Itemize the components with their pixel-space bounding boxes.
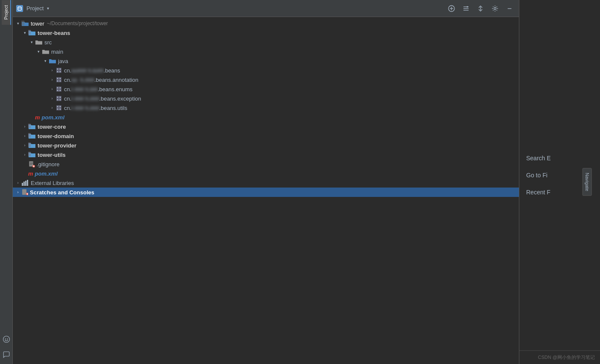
project-tree[interactable]: ▾ tower ~/Documents/project/tower ▾ towe…: [13, 17, 519, 364]
scroll-to-button[interactable]: [475, 3, 486, 14]
svg-point-33: [57, 99, 58, 101]
svg-point-0: [3, 336, 9, 343]
gitignore-icon: [28, 161, 35, 168]
tree-item-java[interactable]: ▾ java: [13, 56, 519, 66]
svg-rect-42: [28, 133, 31, 138]
tower-domain-label: tower-domain: [38, 133, 74, 139]
tree-item-pom-beans[interactable]: m pom.xml: [13, 113, 519, 122]
tree-item-external-libs[interactable]: › External Libraries: [13, 178, 519, 188]
collapse-all-button[interactable]: [460, 3, 472, 14]
svg-rect-36: [56, 105, 61, 110]
right-panel: Search E Go to Fi Recent F CSDN @网小鱼的学习笔…: [519, 0, 600, 364]
svg-point-22: [57, 78, 58, 79]
java-label: java: [58, 58, 68, 64]
tree-item-tower-provider[interactable]: › tower-provider: [13, 141, 519, 150]
tree-item-pkg-annotation[interactable]: › cn.so h.###.beans.annotation: [13, 75, 519, 84]
scratches-label: Scratches and Consoles: [30, 189, 94, 196]
chevron-right-icon: ›: [21, 133, 28, 139]
svg-point-23: [57, 81, 58, 82]
pom-root-label: pom.xml: [35, 170, 58, 177]
toolbar-right: −: [446, 3, 516, 14]
tree-item-pkg-exception[interactable]: › cn.t ### h.###.beans.exception: [13, 94, 519, 103]
tree-item-pkg-beans[interactable]: › cn.so### h.to##.beans: [13, 66, 519, 75]
settings-button[interactable]: [489, 3, 501, 14]
window-icon: [16, 5, 23, 12]
svg-rect-54: [23, 182, 25, 186]
tree-item-tower-utils[interactable]: › tower-utils: [13, 150, 519, 159]
svg-point-17: [57, 69, 58, 70]
svg-rect-14: [21, 20, 24, 26]
tree-item-pkg-enums[interactable]: › cn.t ### h.t##.beans.enums: [13, 84, 519, 94]
chevron-right-icon: ›: [21, 151, 28, 158]
sidebar-tab-project[interactable]: Project: [2, 0, 11, 25]
tree-item-tower-core[interactable]: › tower-core: [13, 122, 519, 131]
chevron-right-icon: ›: [21, 142, 28, 149]
external-libs-icon: [21, 179, 29, 186]
chevron-right-icon: ›: [15, 179, 21, 186]
pom-beans-label: pom.xml: [42, 114, 64, 121]
svg-rect-21: [56, 77, 61, 82]
tree-item-tower-beans[interactable]: ▾ tower-beans: [13, 28, 519, 38]
chevron-right-icon: ›: [49, 67, 55, 74]
module-icon: [28, 152, 36, 158]
chevron-down-icon: ▾: [21, 29, 28, 36]
toolbar-title: Project: [26, 5, 44, 12]
tree-item-src[interactable]: ▾ src: [13, 38, 519, 47]
module-icon: [28, 133, 36, 139]
src-label: src: [44, 39, 52, 46]
svg-point-2: [7, 338, 8, 339]
chat-icon[interactable]: [0, 349, 12, 361]
svg-point-39: [60, 106, 61, 107]
tree-item-pom-root[interactable]: m pom.xml: [13, 169, 519, 178]
java-folder-icon: [49, 58, 56, 64]
package-icon: [55, 95, 62, 102]
close-button[interactable]: −: [504, 3, 516, 14]
package-icon: [55, 86, 62, 92]
chevron-down-icon: ▾: [15, 20, 21, 27]
svg-point-24: [60, 78, 61, 79]
svg-point-19: [60, 69, 61, 70]
tree-item-gitignore[interactable]: .gitignore: [13, 159, 519, 169]
tower-beans-label: tower-beans: [38, 30, 70, 36]
module-icon: [28, 30, 36, 36]
pkg-beans-label: cn.so### h.to##.beans: [64, 67, 120, 74]
navigate-tab[interactable]: Navigate: [582, 168, 591, 196]
copilot-icon[interactable]: [0, 333, 12, 345]
package-icon: [55, 67, 62, 74]
add-content-button[interactable]: [446, 3, 457, 14]
chevron-right-icon: ›: [49, 76, 55, 83]
svg-rect-15: [28, 30, 31, 35]
tree-item-main[interactable]: ▾ main: [13, 47, 519, 56]
chevron-right-icon: ›: [49, 95, 55, 102]
svg-point-32: [57, 97, 58, 98]
toolbar: Project ▾: [13, 0, 519, 17]
svg-point-29: [60, 87, 61, 89]
svg-point-18: [57, 71, 58, 72]
svg-point-35: [60, 99, 61, 101]
main-label: main: [51, 49, 63, 55]
svg-rect-26: [56, 87, 61, 92]
tower-provider-label: tower-provider: [38, 142, 76, 149]
chevron-right-icon: ›: [49, 104, 55, 111]
tree-root[interactable]: ▾ tower ~/Documents/project/tower: [13, 19, 519, 28]
left-sidebar: Project: [0, 0, 13, 364]
chevron-down-icon: ▾: [42, 58, 49, 64]
chevron-right-icon: ›: [49, 86, 55, 92]
tree-item-tower-domain[interactable]: › tower-domain: [13, 131, 519, 141]
tree-item-scratches[interactable]: › Scratches and Consoles: [13, 188, 519, 197]
dropdown-arrow-icon[interactable]: ▾: [47, 6, 49, 11]
svg-point-40: [60, 109, 61, 110]
svg-rect-31: [56, 96, 61, 101]
svg-rect-56: [27, 180, 28, 186]
maven-icon: m: [28, 170, 33, 177]
module-icon: [28, 142, 36, 148]
tree-item-pkg-utils[interactable]: › cn.t ### h.###.beans.utils: [13, 103, 519, 113]
chevron-right-icon: ›: [21, 123, 28, 130]
svg-rect-41: [28, 124, 31, 128]
chevron-down-icon: ▾: [35, 48, 42, 55]
package-icon: [55, 76, 62, 83]
search-everywhere-item[interactable]: Search E: [526, 155, 593, 162]
svg-point-34: [60, 97, 61, 98]
gitignore-label: .gitignore: [37, 161, 59, 168]
package-icon: [55, 104, 62, 111]
